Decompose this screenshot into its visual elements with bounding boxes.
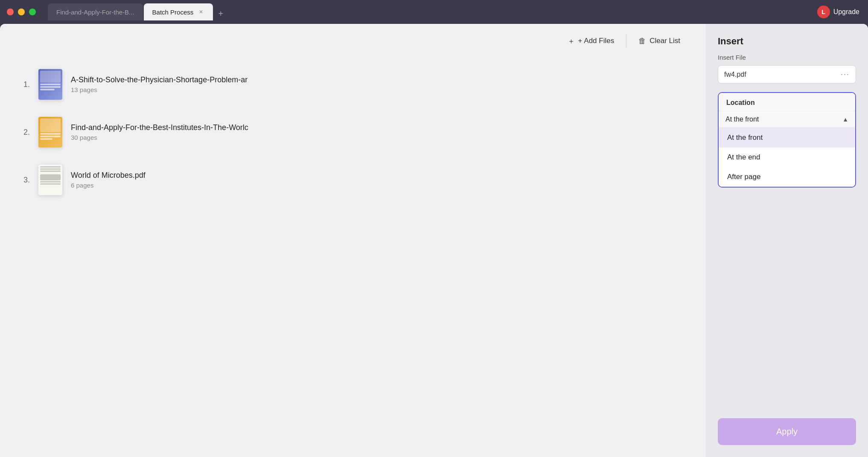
add-tab-icon: + [218,9,223,19]
file-info: Find-and-Apply-For-the-Best-Institutes-I… [71,123,689,141]
add-files-icon: ＋ [568,36,575,46]
file-thumbnail [38,117,62,148]
tab-bar: Find-and-Apply-For-the-B... Batch Proces… [48,3,227,20]
spacer [706,196,868,418]
file-pages: 6 pages [71,182,689,189]
toolbar: ＋ + Add Files 🗑 Clear List [0,24,706,58]
user-avatar: L [817,6,830,18]
add-tab-button[interactable]: + [214,7,227,20]
location-select-bar[interactable]: At the front ▲ [719,111,855,128]
file-name: Find-and-Apply-For-the-Best-Institutes-I… [71,123,391,132]
file-pages: 30 pages [71,134,689,141]
file-thumbnail [38,69,62,100]
tab-batch-process[interactable]: Batch Process ✕ [144,3,213,20]
location-selected-option: At the front [725,116,842,123]
location-container: Location At the front ▲ At the front At … [718,92,856,188]
location-header: Location [719,93,855,111]
upgrade-label: Upgrade [833,8,859,16]
tab-close-icon[interactable]: ✕ [198,9,204,15]
file-list: 1. A-Shift-to-Solve-the-Physician-Shorta… [0,58,706,457]
insert-filename: fw4.pdf [724,71,841,78]
chevron-up-icon: ▲ [842,116,848,123]
apply-label: Apply [776,427,798,436]
file-item: 1. A-Shift-to-Solve-the-Physician-Shorta… [9,62,697,107]
apply-button[interactable]: Apply [718,418,856,445]
insert-title: Insert [706,24,868,54]
clear-list-button[interactable]: 🗑 Clear List [630,32,689,50]
more-options-icon: ··· [841,70,850,79]
file-item: 3. World of Microbes.pdf 6 pages [9,158,697,202]
right-panel: Insert Insert File fw4.pdf ··· Location … [706,24,868,457]
insert-file-label: Insert File [718,54,856,61]
file-name: A-Shift-to-Solve-the-Physician-Shortage-… [71,75,391,84]
tab-find-apply[interactable]: Find-and-Apply-For-the-B... [48,3,143,20]
file-number: 2. [17,128,30,137]
file-info: World of Microbes.pdf 6 pages [71,171,689,189]
file-selector[interactable]: fw4.pdf ··· [718,65,856,84]
main-area: ＋ + Add Files 🗑 Clear List 1. [0,24,868,457]
traffic-lights [7,9,36,15]
add-files-label: + Add Files [578,37,615,45]
file-list-panel: ＋ + Add Files 🗑 Clear List 1. [0,24,706,457]
file-pages: 13 pages [71,86,689,93]
tab-find-apply-label: Find-and-Apply-For-the-B... [56,9,134,16]
maximize-button[interactable] [29,9,36,15]
location-option-after-page[interactable]: After page [719,167,855,187]
clear-list-label: Clear List [650,37,680,45]
toolbar-separator [626,35,626,47]
file-number: 1. [17,80,30,89]
title-bar: Find-and-Apply-For-the-B... Batch Proces… [0,0,868,24]
file-item: 2. Find-and-Apply-For-the-Best-Institute… [9,110,697,154]
trash-icon: 🗑 [638,37,646,46]
upgrade-button[interactable]: L Upgrade [817,6,859,18]
location-options: At the front At the end After page [719,128,855,187]
file-number: 3. [17,176,30,185]
add-files-button[interactable]: ＋ + Add Files [559,32,623,50]
minimize-button[interactable] [18,9,25,15]
tab-batch-process-label: Batch Process [152,9,194,16]
insert-section: Insert File fw4.pdf ··· Location At the … [706,54,868,196]
location-option-front[interactable]: At the front [719,128,855,148]
file-info: A-Shift-to-Solve-the-Physician-Shortage-… [71,75,689,93]
file-name: World of Microbes.pdf [71,171,391,180]
close-button[interactable] [7,9,14,15]
location-option-end[interactable]: At the end [719,148,855,167]
file-thumbnail [38,165,62,195]
